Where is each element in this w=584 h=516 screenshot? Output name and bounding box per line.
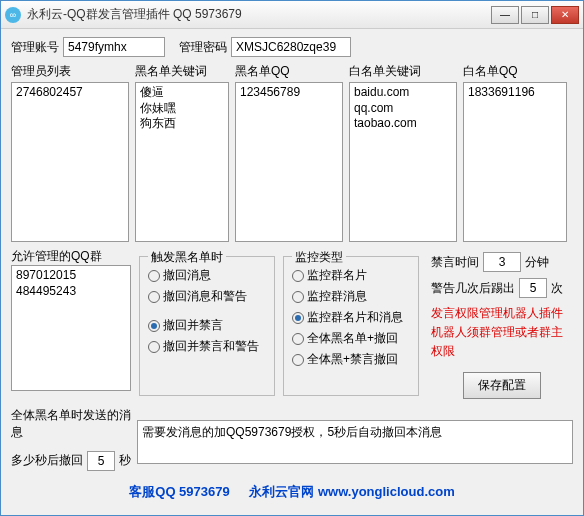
admin-list[interactable]: 2746802457 <box>11 82 129 242</box>
password-label: 管理密码 <box>179 39 227 56</box>
right-options: 禁言时间 分钟 警告几次后踢出 次 发言权限管理机器人插件 机器人须群管理或者群… <box>427 248 573 399</box>
account-label: 管理账号 <box>11 39 59 56</box>
mute-time-input[interactable] <box>483 252 521 272</box>
recall-sec-label: 多少秒后撤回 <box>11 452 83 469</box>
monitor-type-legend: 监控类型 <box>292 249 346 266</box>
blacklist-qq-list[interactable]: 123456789 <box>235 82 343 242</box>
mon-opt-card[interactable]: 监控群名片 <box>292 267 410 284</box>
whitelist-qq-list[interactable]: 1833691196 <box>463 82 567 242</box>
warn-count-unit: 次 <box>551 280 563 297</box>
mon-opt-all-mute-recall[interactable]: 全体黑+禁言撤回 <box>292 351 410 368</box>
warn-count-input[interactable] <box>519 278 547 298</box>
mon-opt-all-recall[interactable]: 全体黑名单+撤回 <box>292 330 410 347</box>
whitelist-kw-header: 白名单关键词 <box>349 63 457 80</box>
app-window: ∞ 永利云-QQ群发言管理插件 QQ 5973679 — □ ✕ 管理账号 管理… <box>0 0 584 516</box>
note-line-2: 机器人须群管理或者群主权限 <box>431 323 573 361</box>
blk-opt-recall-warn[interactable]: 撤回消息和警告 <box>148 288 266 305</box>
blacklist-kw-list[interactable]: 傻逼 你妹嘿 狗东西 <box>135 82 229 242</box>
recall-sec-input[interactable] <box>87 451 115 471</box>
mute-time-label: 禁言时间 <box>431 254 479 271</box>
blk-opt-recall-mute-warn[interactable]: 撤回并禁言和警告 <box>148 338 266 355</box>
app-icon: ∞ <box>5 7 21 23</box>
broadcast-message-box[interactable]: 需要发消息的加QQ5973679授权，5秒后自动撤回本消息 <box>137 420 573 464</box>
send-msg-label: 全体黑名单时发送的消息 <box>11 407 131 441</box>
blacklist-kw-header: 黑名单关键词 <box>135 63 229 80</box>
mon-opt-msg[interactable]: 监控群消息 <box>292 288 410 305</box>
blacklist-qq-header: 黑名单QQ <box>235 63 343 80</box>
footer: 客服QQ 5973679 永利云官网 www.yonglicloud.com <box>11 483 573 501</box>
blacklist-trigger-group: 触发黑名单时 撤回消息 撤回消息和警告 撤回并禁言 撤回并禁言和警告 <box>139 256 275 396</box>
maximize-button[interactable]: □ <box>521 6 549 24</box>
warn-count-label: 警告几次后踢出 <box>431 280 515 297</box>
mute-time-unit: 分钟 <box>525 254 549 271</box>
whitelist-kw-list[interactable]: baidu.com qq.com taobao.com <box>349 82 457 242</box>
mon-opt-card-msg[interactable]: 监控群名片和消息 <box>292 309 410 326</box>
titlebar: ∞ 永利云-QQ群发言管理插件 QQ 5973679 — □ ✕ <box>1 1 583 29</box>
window-controls: — □ ✕ <box>491 6 579 24</box>
password-input[interactable] <box>231 37 351 57</box>
minimize-button[interactable]: — <box>491 6 519 24</box>
whitelist-qq-header: 白名单QQ <box>463 63 567 80</box>
admin-list-header: 管理员列表 <box>11 63 129 80</box>
allow-groups-list[interactable]: 897012015 484495243 <box>11 265 131 391</box>
recall-sec-unit: 秒 <box>119 452 131 469</box>
note-line-1: 发言权限管理机器人插件 <box>431 304 573 323</box>
close-button[interactable]: ✕ <box>551 6 579 24</box>
save-config-button[interactable]: 保存配置 <box>463 372 541 399</box>
service-qq-link[interactable]: 客服QQ 5973679 <box>129 484 229 499</box>
account-input[interactable] <box>63 37 165 57</box>
monitor-type-group: 监控类型 监控群名片 监控群消息 监控群名片和消息 全体黑名单+撤回 全体黑+禁… <box>283 256 419 396</box>
official-site-link[interactable]: 永利云官网 www.yonglicloud.com <box>249 484 454 499</box>
allow-groups-header: 允许管理的QQ群 <box>11 248 131 265</box>
window-title: 永利云-QQ群发言管理插件 QQ 5973679 <box>27 6 491 23</box>
blacklist-trigger-legend: 触发黑名单时 <box>148 249 226 266</box>
blk-opt-recall-mute[interactable]: 撤回并禁言 <box>148 317 266 334</box>
content-area: 管理账号 管理密码 管理员列表 2746802457 黑名单关键词 傻逼 你妹嘿… <box>1 29 583 509</box>
blk-opt-recall[interactable]: 撤回消息 <box>148 267 266 284</box>
